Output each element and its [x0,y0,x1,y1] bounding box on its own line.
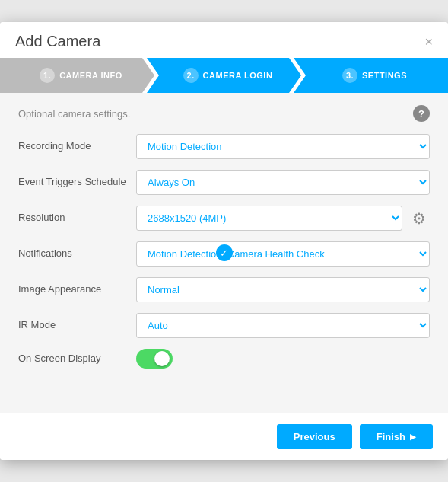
event-triggers-select[interactable]: Always On Schedule [136,170,430,195]
optional-note-row: Optional camera settings. ? [18,105,430,122]
steps-bar: 1. CAMERA INFO 2. CAMERA LOGIN 3. SETTIN… [0,58,448,93]
step-1[interactable]: 1. CAMERA INFO [0,58,154,93]
step-3-label: SETTINGS [362,71,407,80]
finish-button[interactable]: Finish [360,424,433,449]
image-appearance-select[interactable]: Normal Indoor Outdoor [136,277,430,302]
previous-button[interactable]: Previous [277,424,352,449]
osd-label: On Screen Display [18,353,136,365]
modal-header: Add Camera × [0,22,448,58]
image-appearance-control: Normal Indoor Outdoor [136,277,430,302]
image-appearance-row: Image Appearance Normal Indoor Outdoor [18,277,430,302]
recording-mode-row: Recording Mode Motion Detection Always O… [18,134,430,159]
resolution-row: Resolution 2688x1520 (4MP) 1920x1080 (2M… [18,206,430,231]
resolution-select[interactable]: 2688x1520 (4MP) 1920x1080 (2MP) 1280x720… [136,206,402,231]
toggle-container[interactable]: ✓ [136,349,173,369]
ir-mode-row: IR Mode Auto On Off [18,313,430,338]
step-3-number: 3. [342,68,357,83]
resolution-control: 2688x1520 (4MP) 1920x1080 (2MP) 1280x720… [136,206,430,231]
modal-footer: Previous Finish [0,413,448,460]
notifications-select[interactable]: Motion Detection, Camera Health Check Mo… [136,241,430,267]
resolution-label: Resolution [18,212,136,225]
image-appearance-label: Image Appearance [18,283,136,296]
help-icon[interactable]: ? [413,105,430,122]
gear-icon[interactable]: ⚙ [408,208,430,229]
step-2-number: 2. [183,68,199,83]
recording-mode-label: Recording Mode [18,140,136,153]
toggle-check-icon: ✓ [216,244,233,261]
osd-toggle[interactable] [136,349,173,369]
ir-mode-control: Auto On Off [136,313,430,338]
osd-control: ✓ [136,349,430,369]
optional-note-text: Optional camera settings. [18,108,130,120]
step-2[interactable]: 2. CAMERA LOGIN [147,58,301,93]
modal-content: Optional camera settings. ? Recording Mo… [0,93,448,413]
finish-label: Finish [377,431,405,442]
add-camera-modal: Add Camera × 1. CAMERA INFO 2. CAMERA LO… [0,22,448,460]
step-2-label: CAMERA LOGIN [203,71,273,80]
notifications-control: Motion Detection, Camera Health Check Mo… [136,241,430,267]
recording-mode-select[interactable]: Motion Detection Always On Schedule Neve… [136,134,430,159]
event-triggers-label: Event Triggers Schedule [18,176,136,189]
ir-mode-label: IR Mode [18,319,136,332]
osd-row: On Screen Display ✓ [18,349,430,369]
close-icon[interactable]: × [424,35,433,49]
step-3[interactable]: 3. SETTINGS [294,58,448,93]
notifications-label: Notifications [18,247,136,260]
toggle-track [136,349,173,369]
event-triggers-row: Event Triggers Schedule Always On Schedu… [18,170,430,195]
recording-mode-control: Motion Detection Always On Schedule Neve… [136,134,430,159]
event-triggers-control: Always On Schedule [136,170,430,195]
step-1-number: 1. [40,68,55,83]
previous-label: Previous [294,431,335,442]
ir-mode-select[interactable]: Auto On Off [136,313,430,338]
modal-title: Add Camera [15,33,100,50]
toggle-thumb [154,351,170,366]
step-1-label: CAMERA INFO [59,71,122,80]
